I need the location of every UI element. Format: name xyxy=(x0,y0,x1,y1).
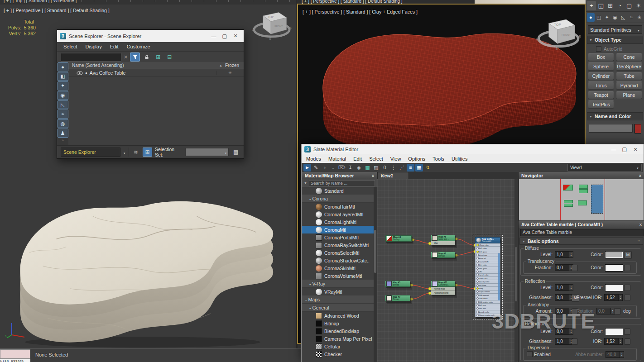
material-input-slot[interactable]: Refr. color xyxy=(475,263,500,267)
viewcube[interactable]: W S E N TOP FRONT xyxy=(250,6,293,45)
display-lights-icon[interactable]: ✦ xyxy=(58,81,68,90)
node-bitmap-refl[interactable]: Map #6Bitmap xyxy=(431,252,455,258)
browser-item[interactable]: - Corona xyxy=(302,195,374,203)
menu-item[interactable]: Edit xyxy=(110,44,119,49)
material-input-slot[interactable]: Transl. frac. xyxy=(475,277,500,280)
material-input-slot[interactable]: Diffuse color xyxy=(475,243,500,247)
primitive-button[interactable]: Sphere xyxy=(588,62,614,71)
parameters-header[interactable]: Ava Coffee Table marble ( CoronaMtl ) xyxy=(519,221,644,228)
node-bitmap-red[interactable]: Map #4Bitmap xyxy=(385,235,412,242)
primitive-button[interactable]: Cone xyxy=(616,53,642,61)
name-column-header[interactable]: Name (Sorted Ascending) xyxy=(72,63,124,68)
primitive-button[interactable]: Teapot xyxy=(588,91,614,99)
scene-explorer-titlebar[interactable]: 3 Scene Explorer - Scene Explorer xyxy=(57,30,244,42)
browser-search-row[interactable]: ▼ Search by Name ... xyxy=(302,179,377,187)
anisotropy-rotation-spinner[interactable]: 0,0▲▼ xyxy=(596,308,615,314)
category-spacewarps-icon[interactable]: ≈ xyxy=(627,13,635,22)
show-numbers-icon[interactable]: 0 xyxy=(381,164,389,171)
layout-vertical-icon[interactable]: ⋮ xyxy=(389,164,397,171)
browser-item[interactable]: CoronaMtl xyxy=(302,226,374,233)
material-input-slot[interactable]: Fresnel IOR xyxy=(475,260,500,263)
material-input-slot[interactable]: Self-illum. xyxy=(475,284,500,287)
refraction-ior-spinner[interactable]: 1,52▲▼ xyxy=(604,338,623,345)
tab-motion[interactable]: ◔ xyxy=(615,1,624,10)
reflection-color-swatch[interactable] xyxy=(605,284,623,291)
diffuse-map-button[interactable]: M xyxy=(624,251,632,259)
display-spacewarps-icon[interactable]: ≈ xyxy=(58,110,68,119)
navigator-minimap[interactable] xyxy=(519,179,644,220)
marble-coffee-table-model[interactable] xyxy=(2,185,292,348)
pick-material-icon[interactable]: ✎ xyxy=(312,164,320,171)
sample-color-icon[interactable]: ◑ xyxy=(321,164,328,171)
primitive-button[interactable]: Box xyxy=(588,53,614,61)
diffuse-color-swatch[interactable] xyxy=(605,251,623,258)
active-view-dropdown[interactable]: View1 xyxy=(567,164,642,171)
browser-item[interactable]: Bitmap xyxy=(302,319,374,327)
display-geometry-icon[interactable]: ● xyxy=(58,62,68,71)
assign-material-icon[interactable]: ◈ xyxy=(355,164,363,171)
select-tool-icon[interactable]: ► xyxy=(303,164,311,171)
browser-item[interactable]: CoronaLayeredMtl xyxy=(302,210,374,218)
material-input-slot[interactable]: Aniso rot. xyxy=(475,257,500,260)
menu-item[interactable]: Edit xyxy=(353,156,362,162)
browser-item[interactable]: CoronaSelectMtl xyxy=(302,249,374,257)
material-input-slot[interactable]: Displacement xyxy=(475,291,500,294)
menu-item[interactable]: Utilities xyxy=(452,156,467,162)
menu-item[interactable]: Options xyxy=(408,156,425,162)
browser-search-input[interactable]: Search by Name ... xyxy=(309,180,375,186)
category-lights-icon[interactable]: ✦ xyxy=(603,13,611,22)
viewport-label[interactable]: [ + ] [ Perspective ] [ Standard ] [ Def… xyxy=(4,8,110,13)
collapse-all-icon[interactable]: ⊟ xyxy=(165,53,174,61)
material-input-slot[interactable]: Anisotropy xyxy=(475,253,500,257)
primitive-button[interactable]: GeoSphere xyxy=(616,62,642,71)
object-name[interactable]: Ava Coffee Table xyxy=(90,70,125,76)
frozen-toggle-icon[interactable]: ✳ xyxy=(216,71,244,75)
display-cameras-icon[interactable]: ◉ xyxy=(58,91,68,100)
browser-item[interactable]: BlendedBoxMap xyxy=(302,327,374,335)
browser-item[interactable]: Cellular xyxy=(302,343,374,350)
search-input[interactable] xyxy=(61,53,121,62)
material-input-slot[interactable]: Transl. color xyxy=(475,274,500,277)
menu-item[interactable]: Display xyxy=(86,44,102,49)
material-input-slot[interactable]: Refl. gloss xyxy=(475,250,500,253)
close-button[interactable] xyxy=(630,147,641,152)
filter-icon[interactable] xyxy=(130,52,140,62)
primitive-button[interactable]: Cylinder xyxy=(588,72,614,80)
refraction-color-swatch[interactable] xyxy=(605,328,623,335)
browser-item[interactable]: CoronaRaySwitchMtl xyxy=(302,241,374,249)
lock-icon[interactable] xyxy=(142,53,151,61)
display-bones-icon[interactable]: ♟ xyxy=(58,129,68,138)
hierarchy-mode-icon[interactable]: ⊞ xyxy=(143,148,152,157)
anisotropy-rotation-map-button[interactable] xyxy=(615,308,621,314)
display-shapes-icon[interactable]: ◧ xyxy=(58,72,68,81)
maximize-button[interactable] xyxy=(619,146,630,152)
explorer-selector-dropdown[interactable]: Scene Explorer xyxy=(61,148,120,157)
node-canvas[interactable]: Map #4Bitmap Map #6Color Cor ... Map Map… xyxy=(377,179,514,362)
browser-header[interactable]: Material/Map Browser xyxy=(302,172,377,179)
tab-create[interactable]: + xyxy=(587,1,596,10)
tab-modify[interactable]: ◱ xyxy=(596,1,606,10)
material-input-slot[interactable]: Bump xyxy=(475,287,500,290)
material-input-slot[interactable]: Refl. env. xyxy=(475,304,500,307)
canvas-scrollbar[interactable] xyxy=(514,179,518,362)
visibility-eye-icon[interactable] xyxy=(77,71,83,75)
tab-hierarchy[interactable]: ⊞ xyxy=(606,1,615,10)
category-shapes-icon[interactable]: ◰ xyxy=(595,13,603,22)
material-input-slot[interactable]: Opacity color xyxy=(475,280,500,283)
layers-icon[interactable]: ≋ xyxy=(132,148,140,156)
material-input-slot[interactable]: Refr. gloss xyxy=(475,267,500,270)
browser-item[interactable]: Standard xyxy=(302,187,374,195)
menu-item[interactable]: Select xyxy=(63,44,77,49)
menu-item[interactable]: Select xyxy=(369,156,383,162)
material-input-slot[interactable]: SSS amount xyxy=(475,294,500,297)
autogrid-checkbox[interactable] xyxy=(596,46,601,52)
edit-selection-set-icon[interactable]: ▤ xyxy=(231,148,240,156)
category-helpers-icon[interactable]: ◺ xyxy=(619,13,627,22)
navigator-header[interactable]: Navigator xyxy=(519,172,644,179)
move-children-icon[interactable]: ↧ xyxy=(346,164,354,171)
tab-display[interactable]: ▢ xyxy=(625,1,634,10)
display-groups-icon[interactable]: ◍ xyxy=(58,119,68,128)
column-headers[interactable]: Name (Sorted Ascending) ▲ Frozen xyxy=(68,62,244,69)
node-bitmap-bump[interactable]: Map #7Bitmap xyxy=(385,295,410,301)
viewcube[interactable]: W S E N TOP FRONT xyxy=(533,13,583,56)
